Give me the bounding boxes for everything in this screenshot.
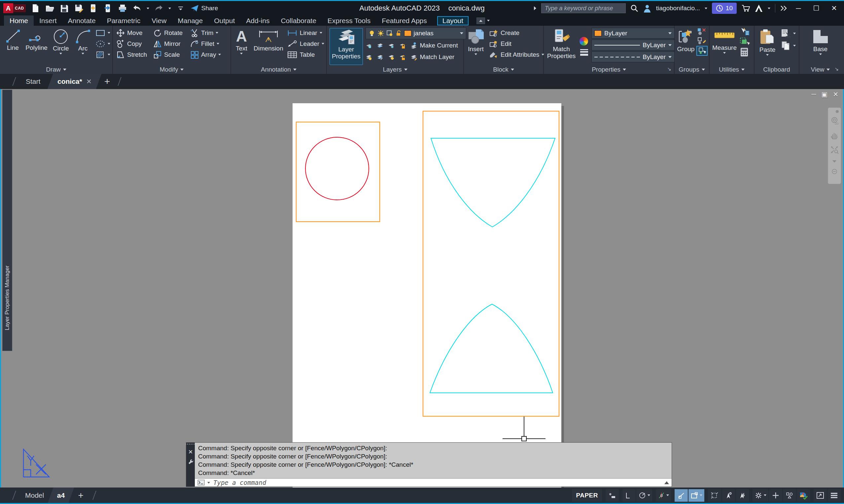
stretch-button[interactable]: Stretch — [116, 49, 153, 60]
lineweight-dropdown-caret[interactable] — [668, 44, 672, 46]
isolate-objects-button[interactable] — [769, 489, 782, 502]
make-current-button[interactable]: Make Current — [410, 40, 458, 51]
trusted-dwg-indicator[interactable] — [797, 489, 810, 502]
command-history[interactable]: Command: Specify opposite corner or [Fen… — [195, 443, 672, 478]
circle-dropdown-caret[interactable] — [59, 53, 62, 54]
close-window-button[interactable]: ✕ — [827, 3, 841, 14]
match-layer-button[interactable]: Match Layer — [410, 52, 455, 62]
layer-properties-manager-palette[interactable]: Layer Properties Manager — [2, 90, 12, 351]
leader-button[interactable]: Leader — [287, 38, 324, 49]
panel-label-groups[interactable]: Groups — [675, 65, 709, 74]
layer-properties-button[interactable]: Layer Properties — [329, 28, 363, 65]
doc-minimize-button[interactable]: ─ — [811, 90, 816, 98]
linetype-dropdown[interactable]: ByLayer — [591, 52, 675, 62]
annotation-scale-button[interactable] — [736, 489, 749, 502]
file-tab-start[interactable]: Start — [18, 74, 48, 89]
panel-label-clipboard[interactable]: Clipboard — [755, 65, 799, 74]
search-icon[interactable] — [630, 4, 638, 12]
share-button[interactable]: Share — [190, 3, 218, 13]
tab-express-tools[interactable]: Express Tools — [322, 16, 376, 26]
linetype-dropdown-caret[interactable] — [668, 56, 672, 58]
workspace-switching-button[interactable] — [753, 489, 769, 502]
fillet-button[interactable]: Fillet — [190, 38, 227, 49]
new-drawing-tab-button[interactable]: + — [99, 74, 116, 89]
fillet-dropdown-caret[interactable] — [217, 43, 219, 44]
table-button[interactable]: Table — [287, 49, 324, 60]
tab-manage[interactable]: Manage — [172, 16, 208, 26]
tab-collaborate[interactable]: Collaborate — [275, 16, 322, 26]
color-dropdown-caret[interactable] — [668, 32, 672, 34]
close-file-tab-icon[interactable]: ✕ — [86, 77, 92, 86]
clean-screen-button[interactable] — [814, 489, 827, 502]
object-snap-toggle[interactable] — [675, 489, 688, 502]
group-selection-toggle[interactable] — [696, 46, 708, 56]
match-properties-button[interactable]: Match Properties — [546, 28, 577, 65]
search-expand-arrow-icon[interactable] — [533, 6, 537, 11]
recent-commands-caret[interactable] — [207, 482, 210, 484]
paste-dropdown-caret[interactable] — [766, 54, 769, 56]
insert-dropdown-caret[interactable] — [475, 53, 477, 55]
base-dropdown-caret[interactable] — [819, 53, 822, 55]
properties-panel-launcher[interactable]: ↘ — [667, 66, 671, 72]
navbar-dropdown-caret[interactable] — [832, 160, 837, 163]
arc-button[interactable]: Arc — [72, 28, 93, 65]
command-input-row[interactable] — [195, 478, 672, 487]
doc-restore-button[interactable]: ▣ — [821, 90, 827, 98]
line-button[interactable]: Line — [2, 28, 24, 65]
layer-freeze-button[interactable] — [388, 40, 395, 51]
copy-clip-button[interactable] — [781, 40, 796, 51]
graphics-performance-button[interactable] — [783, 489, 796, 502]
command-line-window[interactable]: •••••• ✕ Command: Specify opposite corne… — [186, 442, 672, 487]
export-button[interactable] — [103, 3, 113, 13]
cut-dropdown-caret[interactable] — [793, 33, 796, 34]
layer-unisolate-button[interactable] — [377, 52, 383, 62]
edit-block-button[interactable]: Edit — [489, 38, 544, 49]
linear-dimension-button[interactable]: Linear — [287, 28, 324, 38]
wrench-icon[interactable] — [188, 459, 193, 464]
app-menu-button[interactable]: A CAD — [3, 3, 26, 13]
undo-dropdown-caret[interactable] — [147, 7, 149, 9]
text-button[interactable]: A Text — [233, 28, 250, 65]
panel-label-block[interactable]: Block — [464, 65, 543, 74]
trial-countdown-badge[interactable]: 10 — [712, 3, 737, 14]
ungroup-icon[interactable] — [696, 28, 706, 36]
layer-dropdown-caret[interactable] — [460, 32, 463, 34]
layer-on-all-button[interactable] — [365, 52, 372, 62]
layout-paper-sheet[interactable] — [293, 103, 561, 487]
file-tab-conica[interactable]: conica* ✕ — [48, 74, 102, 89]
tab-insert[interactable]: Insert — [34, 16, 63, 26]
osnap-tracking-toggle[interactable] — [656, 489, 671, 502]
arc-dropdown-caret[interactable] — [82, 53, 84, 54]
navbar-close-icon[interactable]: ⊗ — [836, 109, 839, 114]
ellipse-dropdown-caret[interactable] — [108, 43, 110, 44]
redo-button[interactable] — [154, 3, 164, 13]
maximize-window-button[interactable]: ☐ — [810, 3, 823, 14]
tab-view[interactable]: View — [146, 16, 172, 26]
trim-button[interactable]: Trim — [190, 28, 227, 38]
tab-featured-apps[interactable]: Featured Apps — [376, 16, 433, 26]
autodesk-a-icon[interactable] — [755, 4, 763, 13]
polar-caret[interactable] — [648, 494, 650, 496]
group-button[interactable]: Group — [676, 28, 695, 65]
object-color-dropdown[interactable]: ByLayer — [591, 28, 675, 39]
dimension-button[interactable]: Dimension — [253, 28, 284, 65]
redo-dropdown-caret[interactable] — [168, 7, 171, 9]
polyline-button[interactable]: Polyline — [24, 28, 50, 65]
dynamic-input-toggle[interactable] — [688, 489, 704, 502]
polar-tracking-toggle[interactable] — [636, 489, 652, 502]
steering-wheel-2d-icon[interactable]: 2D — [830, 116, 839, 125]
minimize-window-button[interactable]: ─ — [792, 3, 805, 14]
layout-switch-button[interactable]: Layout — [437, 16, 468, 25]
autodesk-menu-caret[interactable] — [768, 7, 770, 9]
user-menu-caret[interactable] — [705, 7, 707, 9]
navigation-bar[interactable]: ⊗ 2D — [828, 108, 841, 184]
layer-off-button[interactable] — [365, 40, 372, 51]
layer-thaw-all-button[interactable] — [388, 52, 395, 62]
text-dropdown-caret[interactable] — [240, 53, 243, 54]
save-button[interactable] — [59, 3, 69, 13]
layer-unlock-all-button[interactable] — [399, 52, 406, 62]
tab-annotate[interactable]: Annotate — [63, 16, 101, 26]
zoom-extents-icon[interactable] — [830, 145, 839, 154]
paper-space-toggle[interactable]: PAPER — [572, 489, 602, 502]
rectangle-dropdown-caret[interactable] — [108, 32, 110, 34]
